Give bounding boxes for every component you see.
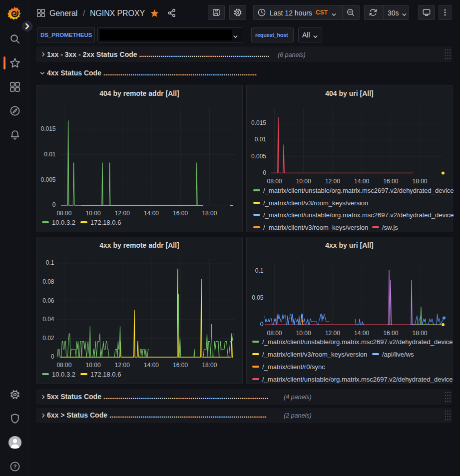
svg-text:?: ?	[13, 464, 17, 470]
